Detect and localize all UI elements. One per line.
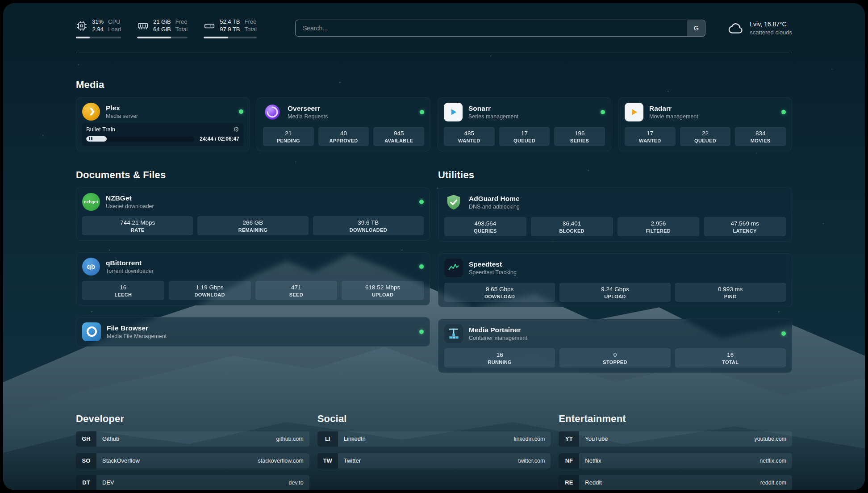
stat-label: LEECH [84, 292, 163, 297]
disk-total-value: 97.9 TB [220, 26, 240, 33]
stat-label: MOVIES [737, 138, 784, 143]
bookmark-reddit[interactable]: RE Reddit reddit.com [559, 475, 792, 490]
portainer-icon [444, 324, 463, 343]
service-name: qBittorrent [106, 259, 154, 267]
playback-progress-bar[interactable] [86, 136, 194, 142]
service-name: Plex [106, 104, 138, 112]
service-card-sonarr[interactable]: Sonarr Series management 485 WANTED 17 Q… [438, 97, 611, 151]
disk-free-value: 52.4 TB [220, 18, 240, 26]
section-title-utilities: Utilities [438, 169, 792, 181]
nzbget-icon-text: nzbget [84, 199, 98, 204]
service-card-adguard[interactable]: AdGuard Home DNS and adblocking 498,564 … [438, 188, 792, 242]
plex-icon [82, 103, 100, 121]
now-playing-title: Bullet Train [86, 126, 115, 133]
bookmark-name: Twitter [344, 457, 361, 464]
stat-value: 16 [84, 284, 163, 291]
service-card-radarr[interactable]: Radarr Movie management 17 WANTED 22 QUE… [618, 97, 792, 151]
search-bar: G [295, 20, 705, 37]
bookmark-dev[interactable]: DT DEV dev.to [76, 475, 309, 490]
stat-label: PENDING [265, 138, 312, 143]
speedtest-icon [444, 259, 463, 277]
stat-value: 0 [561, 351, 668, 358]
service-name: Speedtest [469, 260, 517, 268]
bookmark-twitter[interactable]: TW Twitter twitter.com [317, 453, 551, 468]
stat-tile: 16 LEECH [82, 281, 164, 300]
service-card-plex[interactable]: Plex Media server Bullet Train ⚙ [76, 97, 250, 151]
stat-tile: 16 TOTAL [675, 348, 786, 368]
search-engine-button[interactable]: G [687, 20, 705, 36]
stat-value: 618.52 Mbps [343, 284, 422, 291]
bookmark-linkedin[interactable]: LI LinkedIn linkedin.com [317, 431, 551, 447]
stat-tile: 266 GB REMAINING [197, 216, 308, 235]
status-online-dot [419, 330, 424, 334]
stat-value: 16 [446, 351, 553, 358]
bookmark-name: YouTube [585, 435, 608, 442]
bookmark-name: DEV [102, 479, 114, 486]
qbittorrent-icon-text: qb [87, 263, 95, 270]
stat-value: 47.569 ms [705, 220, 784, 227]
service-description: Movie management [649, 113, 698, 120]
bookmark-group-title: Social [317, 413, 551, 425]
bookmark-abbr: GH [76, 431, 96, 447]
stat-tile: 618.52 Mbps UPLOAD [342, 281, 424, 300]
service-description: Usenet downloader [106, 203, 154, 209]
bookmark-name: Netflix [585, 457, 601, 464]
desktop: 31% 2.94 CPU Load [0, 0, 868, 493]
service-card-overseerr[interactable]: Overseerr Media Requests 21 PENDING 40 A… [257, 97, 430, 151]
service-card-nzbget[interactable]: nzbget NZBGet Usenet downloader 744.21 M… [76, 188, 430, 241]
pause-icon[interactable] [89, 137, 92, 141]
stat-label: FILTERED [619, 228, 698, 234]
service-name: NZBGet [106, 194, 154, 202]
cpu-usage-bar [76, 37, 121, 38]
bookmark-github[interactable]: GH Github github.com [76, 431, 309, 447]
service-card-qbittorrent[interactable]: qb qBittorrent Torrent downloader 16 LEE… [76, 252, 430, 305]
cpu-label-2: Load [108, 26, 121, 33]
service-description: Media Requests [288, 113, 328, 120]
stat-label: UPLOAD [561, 294, 668, 299]
service-card-speedtest[interactable]: Speedtest Speedtest Tracking 9.65 Gbps D… [438, 253, 792, 307]
search-input[interactable] [296, 25, 687, 32]
stat-label: QUERIES [446, 228, 525, 234]
stat-tile: 86,401 BLOCKED [531, 217, 613, 236]
stat-tile: 40 APPROVED [318, 127, 369, 146]
service-name: Radarr [649, 104, 698, 113]
service-stats: 9.65 Gbps DOWNLOAD 9.24 Gbps UPLOAD 0.99… [444, 277, 786, 302]
stat-label: WANTED [626, 138, 674, 143]
status-online-dot [781, 110, 786, 114]
bookmark-stackoverflow[interactable]: SO StackOverflow stackoverflow.com [76, 453, 309, 468]
stat-tile: 9.24 Gbps UPLOAD [559, 283, 670, 302]
stat-label: REMAINING [199, 227, 306, 233]
memory-widget: 21 GiB 64 GiB Free Total [137, 18, 188, 38]
service-card-portainer[interactable]: Media Portainer Container management 16 … [438, 319, 792, 373]
bookmark-abbr: NF [559, 453, 579, 468]
weather-condition: scattered clouds [750, 29, 792, 37]
cpu-load-value: 2.94 [92, 26, 104, 33]
service-stats: 744.21 Mbps RATE 266 GB REMAINING 39.6 T… [82, 211, 424, 235]
stat-value: 17 [626, 130, 674, 137]
service-name: AdGuard Home [469, 195, 520, 203]
bookmark-name: Github [102, 435, 119, 442]
section-title-documents: Documents & Files [76, 169, 430, 181]
stat-tile: 834 MOVIES [735, 127, 786, 146]
top-bar: 31% 2.94 CPU Load [76, 3, 792, 38]
qbittorrent-icon: qb [82, 258, 100, 276]
service-description: Torrent downloader [106, 268, 154, 274]
bookmark-abbr: RE [559, 475, 579, 490]
stat-label: PING [677, 294, 784, 299]
service-card-filebrowser[interactable]: File Browser Media File Management [76, 317, 430, 347]
radarr-icon [625, 103, 643, 121]
settings-gear-icon[interactable]: ⚙ [234, 126, 239, 133]
bookmark-netflix[interactable]: NF Netflix netflix.com [559, 453, 792, 468]
stat-value: 744.21 Mbps [84, 219, 191, 226]
memory-free-value: 21 GiB [153, 18, 171, 26]
stat-tile: 17 WANTED [625, 127, 676, 146]
bookmark-url: github.com [276, 436, 304, 442]
bookmark-group-social: Social LI LinkedIn linkedin.com TW Twitt… [317, 413, 551, 490]
weather-widget: Lviv, 16.87°C scattered clouds [728, 20, 792, 36]
disk-label-1: Free [244, 18, 256, 26]
filebrowser-icon [82, 322, 101, 341]
service-description: Speedtest Tracking [469, 269, 517, 276]
adguard-icon [444, 193, 463, 212]
bookmark-youtube[interactable]: YT YouTube youtube.com [559, 431, 792, 447]
stat-label: RATE [84, 227, 191, 233]
